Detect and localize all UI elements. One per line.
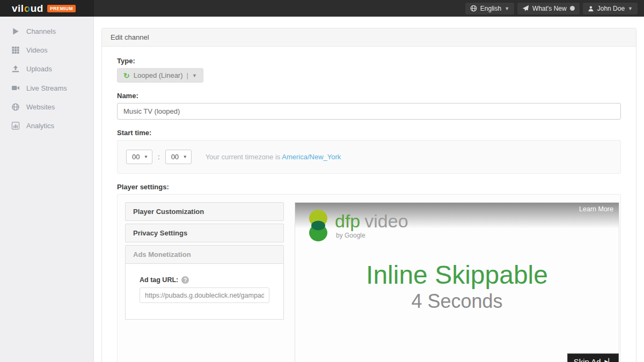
sidebar-item-label: Websites <box>26 103 55 111</box>
sidebar-item-websites[interactable]: Websites <box>0 98 93 116</box>
premium-badge: PREMIUM <box>47 5 76 12</box>
chevron-down-icon: ▼ <box>192 73 197 78</box>
sidebar-item-label: Channels <box>26 27 56 35</box>
help-icon[interactable]: ? <box>181 276 189 284</box>
page-title: Edit channel <box>102 28 636 47</box>
brand-area[interactable]: viloud PREMIUM <box>0 0 94 17</box>
globe-icon <box>470 5 477 12</box>
grid-icon <box>11 46 20 54</box>
name-label: Name: <box>117 92 621 100</box>
hour-select[interactable]: 00 ▼ <box>126 150 152 164</box>
divider: | <box>187 71 188 79</box>
type-label: Type: <box>117 57 621 65</box>
globe-icon <box>11 103 20 111</box>
dfp-circles-icon <box>306 209 331 243</box>
loop-icon: ↻ <box>123 72 130 79</box>
ad-subline: 4 Seconds <box>295 290 619 313</box>
ad-tag-url-input[interactable] <box>140 287 269 303</box>
video-logo-text: video <box>364 211 408 231</box>
sidebar-item-live-streams[interactable]: Live Streams <box>0 78 93 98</box>
user-menu-button[interactable]: John Doe ▼ <box>583 3 638 14</box>
app-window: viloud PREMIUM English ▼ What's New John… <box>0 0 644 362</box>
user-icon <box>588 5 594 12</box>
by-google-label: by Google <box>336 232 408 239</box>
sidebar-item-label: Live Streams <box>26 84 67 92</box>
type-section: Type: ↻ Looped (Linear) | ▼ <box>117 57 621 83</box>
type-value-label: Looped (Linear) <box>134 71 183 79</box>
skip-ad-button[interactable]: Skip Ad ▶▏ <box>567 353 619 362</box>
player-settings-label: Player settings: <box>117 183 621 191</box>
channel-type-dropdown[interactable]: ↻ Looped (Linear) | ▼ <box>117 68 203 83</box>
timezone-note: Your current timezone is America/New_Yor… <box>206 153 341 161</box>
upload-icon <box>11 65 20 73</box>
whats-new-button[interactable]: What's New <box>517 3 580 14</box>
tab-ads-monetization[interactable]: Ads Monetization <box>125 245 284 264</box>
sidebar-item-label: Uploads <box>26 65 52 73</box>
dfp-video-logo: dfpvideo by Google <box>306 209 408 243</box>
user-name-label: John Doe <box>597 5 625 12</box>
ads-monetization-panel: Ad tag URL: ? <box>125 264 284 320</box>
channel-name-input[interactable] <box>117 103 621 120</box>
sidebar-item-videos[interactable]: Videos <box>0 41 93 60</box>
paper-plane-icon <box>522 5 529 12</box>
player-settings-panel: Player Customization Privacy Settings Ad… <box>117 194 621 362</box>
notification-dot <box>570 6 575 11</box>
viloud-logo: viloud <box>12 3 43 14</box>
start-time-section: Start time: 00 ▼ : 00 ▼ Your curren <box>117 129 621 174</box>
video-camera-icon <box>11 84 20 92</box>
bar-chart-icon <box>11 122 20 130</box>
chevron-down-icon: ▼ <box>504 6 509 11</box>
sidebar-item-label: Videos <box>26 46 48 54</box>
language-menu-button[interactable]: English ▼ <box>465 3 514 14</box>
tab-privacy-settings[interactable]: Privacy Settings <box>125 224 284 242</box>
video-player-preview[interactable]: Learn More dfpvideo by Google Inline Ski… <box>295 202 619 362</box>
topbar-actions: English ▼ What's New John Doe ▼ <box>94 0 644 17</box>
time-separator: : <box>158 153 160 161</box>
start-time-label: Start time: <box>117 129 621 137</box>
chevron-down-icon: ▼ <box>144 154 148 159</box>
name-section: Name: <box>117 92 621 120</box>
player-settings-section: Player settings: Player Customization Pr… <box>117 183 621 362</box>
skip-forward-icon: ▶▏ <box>605 358 612 362</box>
edit-channel-card: Edit channel Type: ↻ Looped (Linear) | ▼ <box>101 28 636 362</box>
timezone-link[interactable]: America/New_York <box>282 153 341 161</box>
minute-select[interactable]: 00 ▼ <box>165 150 192 164</box>
skip-ad-label: Skip Ad <box>574 357 601 362</box>
topbar: viloud PREMIUM English ▼ What's New John… <box>0 0 644 17</box>
chevron-down-icon: ▼ <box>628 6 633 11</box>
learn-more-link[interactable]: Learn More <box>579 205 613 213</box>
play-icon <box>11 27 20 35</box>
ad-headline: Inline Skippable <box>295 260 619 290</box>
whats-new-label: What's New <box>532 5 567 12</box>
language-label: English <box>480 5 501 12</box>
ad-tag-url-label: Ad tag URL: ? <box>140 276 269 284</box>
logo-tv-icon: o <box>24 3 31 14</box>
main-content: Edit channel Type: ↻ Looped (Linear) | ▼ <box>94 17 644 362</box>
start-time-panel: 00 ▼ : 00 ▼ Your current timezone is Ame… <box>117 140 621 174</box>
sidebar-item-channels[interactable]: Channels <box>0 22 93 41</box>
hour-value: 00 <box>132 153 140 161</box>
sidebar-item-uploads[interactable]: Uploads <box>0 60 93 78</box>
sidebar-item-label: Analytics <box>26 122 54 130</box>
sidebar: Channels Videos Uploads Live Streams Web… <box>0 17 94 362</box>
sidebar-item-analytics[interactable]: Analytics <box>0 116 93 135</box>
minute-value: 00 <box>171 153 179 161</box>
tab-player-customization[interactable]: Player Customization <box>125 202 284 221</box>
dfp-logo-text: dfp <box>335 211 360 231</box>
settings-accordion: Player Customization Privacy Settings Ad… <box>125 202 284 362</box>
chevron-down-icon: ▼ <box>183 154 187 159</box>
